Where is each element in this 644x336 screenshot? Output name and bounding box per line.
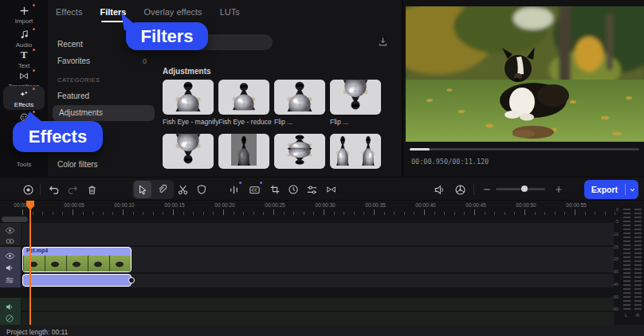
effect-thumb-flip-1[interactable] — [274, 80, 325, 115]
ruler-label: 00:00:15 — [164, 202, 184, 208]
effect-thumb-label: Fish Eye - magnify — [163, 118, 218, 126]
category-favorites[interactable]: Favorites0 — [57, 53, 150, 69]
ruler-label: 00:00:30 — [315, 202, 335, 208]
link-icon[interactable] — [5, 234, 16, 244]
zoom-slider-knob[interactable] — [521, 186, 528, 192]
sidebar-item-import[interactable]: Import — [3, 5, 45, 25]
video-preview[interactable] — [406, 6, 644, 142]
horizontal-scrollbar-thumb[interactable] — [2, 217, 28, 222]
undo-icon[interactable] — [45, 181, 62, 198]
crop-icon[interactable] — [266, 181, 284, 198]
eye-icon[interactable] — [5, 249, 16, 259]
meter-channel-left: L — [625, 313, 627, 318]
meter-label: 0 — [604, 207, 618, 212]
preview-progress-bar[interactable] — [410, 148, 639, 150]
download-icon[interactable] — [378, 36, 388, 50]
transition-tool-icon[interactable] — [322, 181, 340, 198]
project-length: Project length: 00:11 — [6, 328, 68, 336]
timeline-linked-bar[interactable] — [22, 274, 132, 287]
ruler-label: 00:00:35 — [365, 202, 385, 208]
tab-overlay-effects[interactable]: Overlay effects — [143, 7, 202, 17]
export-options-chevron[interactable] — [626, 182, 638, 197]
timeline-ruler[interactable]: 00:00:00 00:00:05 00:00:10 00:00:15 00:0… — [0, 201, 644, 220]
effects-callout-label: Effects — [29, 127, 87, 147]
track-lane-audio-1[interactable] — [22, 298, 614, 311]
effects-panel: Effects Filters Overlay effects LUTs Rec… — [48, 0, 403, 177]
audio-level-meter: 0 -5 -10 -15 -20 -30 -40 -50 -60 L R — [604, 207, 644, 325]
timeline-zoom-slider[interactable] — [496, 188, 545, 190]
cut-scissors-icon[interactable] — [174, 181, 191, 198]
filters-callout-label: Filters — [140, 26, 193, 47]
sidebar-item-label: Tools — [3, 161, 45, 168]
video-editor-app: Import Audio T Text Transitions Effects — [0, 0, 644, 336]
category-color-filters[interactable]: Color filters — [57, 157, 150, 173]
effects-callout: Effects — [13, 121, 103, 152]
preview-timestamp: 00:00.950/00:11.120 — [411, 158, 489, 166]
track-lane-overlay[interactable] — [22, 223, 614, 245]
meter-label: -30 — [604, 269, 618, 274]
tab-effects[interactable]: Effects — [56, 7, 82, 17]
clip-end-handle[interactable] — [128, 277, 135, 283]
speaker-icon[interactable] — [5, 261, 16, 271]
delete-icon[interactable] — [83, 181, 100, 198]
ruler-label: 00:00:50 — [516, 202, 536, 208]
meter-label: -20 — [604, 256, 618, 261]
meter-label: -10 — [604, 232, 618, 236]
captions-cc-icon[interactable] — [245, 181, 263, 198]
speaker-icon[interactable] — [5, 300, 16, 310]
sidebar-item-audio[interactable]: Audio — [3, 29, 45, 49]
effect-thumb-7[interactable] — [274, 134, 325, 169]
effect-thumb-label: Flip ... — [274, 118, 330, 126]
meter-label: -5 — [604, 219, 618, 224]
toolbar-divider — [40, 184, 41, 195]
preview-progress-fill — [410, 148, 430, 150]
preview-pane: 00:00.950/00:11.120 16:9 — [403, 0, 644, 177]
sidebar-item-effects[interactable]: Effects — [3, 86, 45, 110]
category-adjustments[interactable]: Adjustments — [53, 105, 155, 121]
unlink-icon[interactable] — [5, 312, 16, 322]
color-adjustments-icon[interactable] — [303, 181, 320, 198]
sidebar-item-label: Import — [3, 18, 45, 25]
section-title: Adjustments — [163, 67, 211, 76]
meter-channel-right: R — [636, 313, 639, 318]
sidebar-item-label: Audio — [3, 41, 45, 49]
filters-applied-icon[interactable] — [5, 273, 16, 283]
speed-clock-icon[interactable] — [285, 181, 302, 198]
export-button[interactable]: Export — [584, 180, 638, 199]
link-tool-icon[interactable] — [153, 181, 171, 198]
zoom-in-icon[interactable] — [550, 181, 567, 198]
music-note-icon — [3, 29, 45, 41]
color-wheel-icon[interactable] — [451, 181, 469, 198]
timeline-clip[interactable]: Pet.mp4 — [22, 247, 132, 272]
timeline: 00:00:00 00:00:05 00:00:10 00:00:15 00:0… — [0, 201, 644, 325]
track-lane-audio-2[interactable] — [22, 312, 614, 325]
effect-thumb-flip-2[interactable] — [330, 80, 381, 115]
select-tool-icon[interactable] — [134, 181, 151, 198]
effect-thumb-label: Fish Eye - reduce — [218, 118, 274, 126]
sidebar-item-text[interactable]: T Text — [3, 49, 45, 70]
ruler-label: 00:00:25 — [265, 202, 285, 208]
ruler-label: 00:00:20 — [214, 202, 234, 208]
category-featured[interactable]: Featured — [57, 88, 150, 104]
redo-icon[interactable] — [64, 181, 81, 198]
track-header-audio — [0, 298, 21, 325]
track-header-video — [0, 247, 21, 287]
effect-thumb-8[interactable] — [330, 134, 381, 169]
eye-icon[interactable] — [5, 224, 16, 233]
plus-icon — [3, 5, 45, 17]
meter-column-left — [623, 209, 630, 311]
tab-luts[interactable]: LUTs — [220, 7, 240, 17]
clip-filmstrip — [23, 256, 131, 272]
effect-thumb-fisheye-reduce[interactable] — [218, 80, 269, 115]
effect-thumb-fisheye-magnify[interactable] — [163, 80, 214, 115]
audio-volume-icon[interactable] — [430, 181, 448, 198]
effect-thumb-6[interactable] — [218, 134, 269, 169]
zoom-out-icon[interactable] — [478, 181, 496, 198]
playhead-line[interactable] — [29, 201, 31, 325]
ruler-major-ticks — [22, 209, 622, 215]
mask-shield-icon[interactable] — [193, 181, 210, 198]
track-header-overlay — [0, 223, 21, 245]
record-icon[interactable] — [19, 181, 37, 198]
effect-thumb-5[interactable] — [163, 134, 214, 169]
audio-levels-icon[interactable] — [225, 181, 242, 198]
